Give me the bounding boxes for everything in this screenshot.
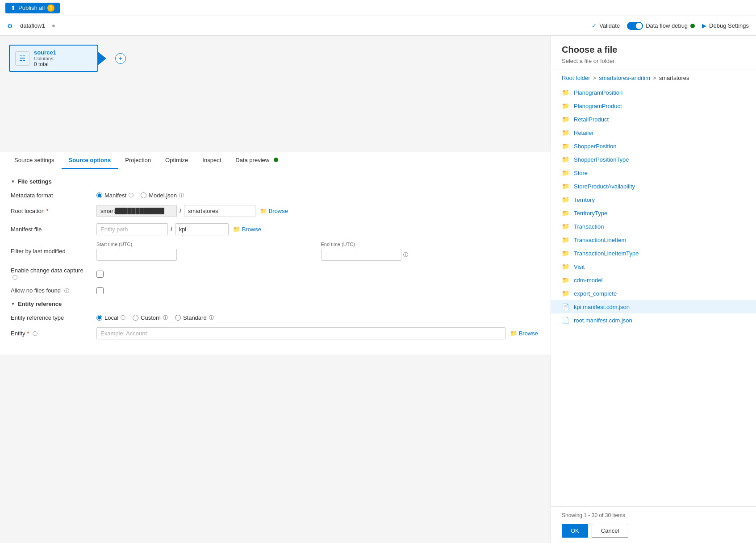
list-item[interactable]: 📁 PlanogramProduct	[551, 99, 756, 113]
start-time-label: Start time (UTC)	[96, 242, 316, 247]
dataflow-icon: ⚙	[7, 22, 13, 29]
tab-source-settings[interactable]: Source settings	[7, 152, 62, 169]
list-item[interactable]: 📄 root.manifest.cdm.json	[551, 313, 756, 327]
start-time-input[interactable]	[96, 249, 177, 261]
list-item[interactable]: 📁 export_complete	[551, 287, 756, 300]
entity-input[interactable]	[96, 327, 505, 339]
entity-reference-label: Entity reference	[18, 301, 62, 307]
tabs-bar: Source settings Source options Projectio…	[0, 152, 551, 169]
allow-no-files-row: Allow no files found ⓘ	[11, 287, 540, 294]
standard-radio[interactable]	[175, 315, 181, 321]
settings-panel: ▼ File settings Metadata format Manifest…	[0, 169, 551, 355]
tab-inspect[interactable]: Inspect	[195, 152, 228, 169]
list-item[interactable]: 📁 Transaction	[551, 220, 756, 233]
cancel-button[interactable]: Cancel	[592, 524, 628, 538]
manifest-label: Manifest	[104, 192, 126, 199]
folder-icon: 📁	[562, 196, 569, 203]
file-settings-chevron: ▼	[11, 179, 15, 184]
list-item[interactable]: 📁 PlanogramPosition	[551, 86, 756, 99]
file-panel-title: Choose a file	[562, 45, 745, 55]
source-node[interactable]: ☵ source1 Columns: 0 total	[9, 45, 98, 72]
manifest-radio[interactable]	[96, 192, 102, 198]
end-time-info-icon: ⓘ	[403, 251, 408, 258]
file-icon: 📄	[562, 303, 569, 310]
end-time-input[interactable]	[321, 249, 401, 261]
manifest-file-input2[interactable]	[175, 223, 229, 235]
local-info-icon: ⓘ	[121, 314, 125, 321]
metadata-format-radio-group: Manifest ⓘ Model.json ⓘ	[96, 192, 184, 199]
list-item[interactable]: 📁 StoreProductAvailability	[551, 180, 756, 193]
filter-modified-label: Filter by last modified	[11, 248, 91, 255]
top-bar: ⬆ Publish all 1	[0, 0, 756, 16]
entity-row: Entity * ⓘ 📁 Browse	[11, 327, 540, 339]
list-item[interactable]: 📁 cdm-model	[551, 273, 756, 287]
list-item[interactable]: 📁 Store	[551, 166, 756, 180]
folder-icon: 📁	[562, 89, 569, 96]
folder-icon: 📁	[260, 208, 267, 214]
canvas-area: ☵ source1 Columns: 0 total +	[0, 36, 551, 152]
list-item[interactable]: 📁 Visit	[551, 260, 756, 273]
custom-radio[interactable]	[133, 315, 138, 321]
metadata-format-label: Metadata format	[11, 192, 91, 199]
allow-no-files-checkbox[interactable]	[96, 287, 104, 294]
add-node-button[interactable]: +	[115, 53, 126, 64]
list-item[interactable]: 📁 TerritoryType	[551, 206, 756, 220]
list-item[interactable]: 📁 ShopperPosition	[551, 139, 756, 153]
breadcrumb-smartstores-andriim[interactable]: smartstores-andriim	[599, 75, 650, 81]
model-json-radio[interactable]	[141, 192, 146, 198]
tab-data-preview[interactable]: Data preview	[228, 152, 285, 169]
local-radio-item[interactable]: Local ⓘ	[96, 314, 125, 321]
change-capture-checkbox[interactable]	[96, 271, 104, 278]
validate-button[interactable]: ✓ Validate	[592, 22, 620, 29]
manifest-radio-item[interactable]: Manifest ⓘ	[96, 192, 134, 199]
dataflow-debug-toggle[interactable]: Data flow debug	[627, 22, 695, 30]
list-item[interactable]: 📁 Territory	[551, 193, 756, 206]
folder-icon: 📁	[562, 142, 569, 150]
debug-settings-button[interactable]: ▶ Debug Settings	[702, 22, 749, 29]
model-json-radio-item[interactable]: Model.json ⓘ	[141, 192, 184, 199]
source-node-columns-value: 0 total	[34, 61, 56, 67]
file-settings-header[interactable]: ▼ File settings	[11, 178, 540, 185]
entity-reference-header[interactable]: ▼ Entity reference	[11, 301, 540, 307]
list-item[interactable]: 📁 ShopperPositionType	[551, 153, 756, 166]
allow-no-files-label: Allow no files found ⓘ	[11, 287, 91, 294]
manifest-folder-icon: 📁	[233, 226, 240, 233]
main-content: ☵ source1 Columns: 0 total + Source	[0, 36, 756, 543]
tab-projection[interactable]: Projection	[118, 152, 158, 169]
custom-radio-item[interactable]: Custom ⓘ	[133, 314, 168, 321]
entity-reference-chevron: ▼	[11, 301, 15, 306]
dataflow-debug-label: Data flow debug	[646, 22, 688, 29]
entity-info-icon: ⓘ	[33, 331, 38, 336]
debug-toggle-switch[interactable]	[627, 22, 643, 30]
entity-browse-button[interactable]: 📁 Browse	[508, 330, 540, 337]
folder-icon: 📁	[562, 223, 569, 230]
node-arrow	[97, 51, 106, 66]
list-item[interactable]: 📁 TransactionLineItemType	[551, 246, 756, 260]
breadcrumb-root[interactable]: Root folder	[562, 75, 590, 81]
model-json-info-icon: ⓘ	[179, 192, 184, 199]
root-location-input1[interactable]	[96, 205, 177, 217]
tab-optimize[interactable]: Optimize	[158, 152, 195, 169]
change-capture-label: Enable change data capture ⓘ	[11, 267, 91, 281]
custom-label: Custom	[141, 314, 161, 321]
manifest-info-icon: ⓘ	[129, 192, 134, 199]
publish-all-button[interactable]: ⬆ Publish all 1	[5, 3, 60, 13]
list-item[interactable]: 📁 RetailProduct	[551, 113, 756, 126]
manifest-file-input1[interactable]	[96, 223, 168, 235]
standard-radio-item[interactable]: Standard ⓘ	[175, 314, 214, 321]
list-item[interactable]: 📁 Retailer	[551, 126, 756, 139]
root-location-row: Root location * / 📁 Browse	[11, 205, 540, 217]
left-panel: ☵ source1 Columns: 0 total + Source	[0, 36, 551, 543]
tab-source-options[interactable]: Source options	[62, 152, 118, 169]
local-radio[interactable]	[96, 315, 102, 321]
source-node-columns-label: Columns:	[34, 56, 56, 61]
entity-reference-type-label: Entity reference type	[11, 314, 91, 321]
manifest-file-browse-button[interactable]: 📁 Browse	[231, 226, 263, 233]
list-item-selected[interactable]: 📄 kpi.manifest.cdm.json	[551, 300, 756, 313]
root-location-input2[interactable]	[184, 205, 255, 217]
root-location-browse-button[interactable]: 📁 Browse	[258, 208, 290, 214]
ok-button[interactable]: OK	[562, 524, 588, 538]
change-capture-row: Enable change data capture ⓘ	[11, 267, 540, 281]
list-item[interactable]: 📁 TransactionLineItem	[551, 233, 756, 246]
folder-icon: 📁	[562, 169, 569, 176]
